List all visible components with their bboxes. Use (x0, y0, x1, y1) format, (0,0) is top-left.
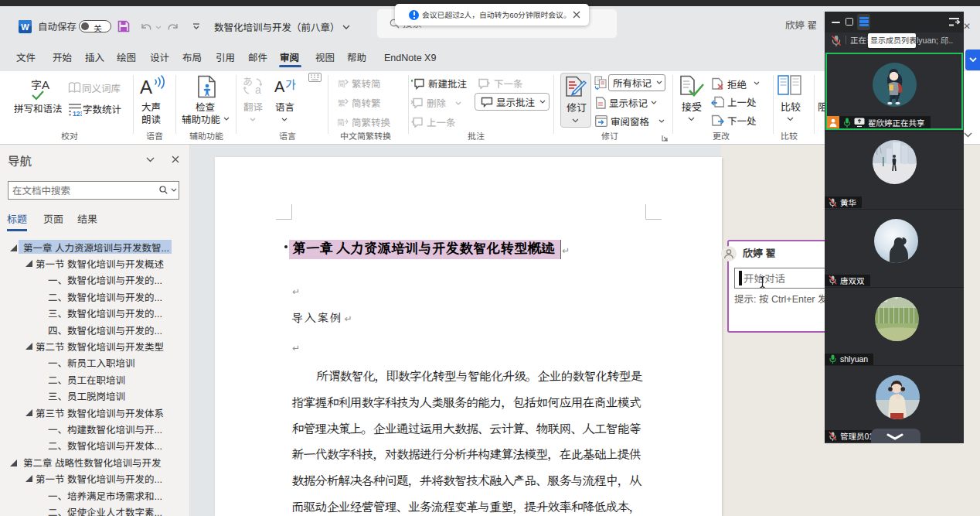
svg-text:简: 简 (338, 78, 345, 89)
svg-text:简: 简 (337, 117, 345, 128)
svg-text:繁: 繁 (338, 97, 345, 108)
svg-text:W: W (21, 22, 29, 32)
svg-text:123: 123 (73, 110, 82, 116)
